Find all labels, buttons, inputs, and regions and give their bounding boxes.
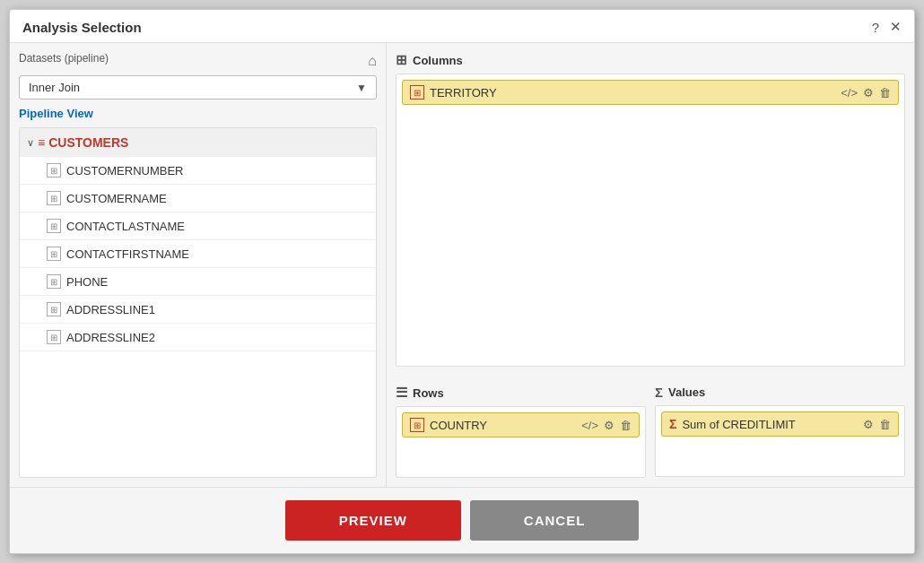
field-type-icon: ⊞: [47, 330, 61, 344]
code-icon[interactable]: </>: [841, 86, 858, 100]
field-type-icon: ⊞: [47, 274, 61, 289]
field-type-icon: ⊞: [47, 191, 61, 205]
pill-actions: ⚙ 🗑: [863, 418, 891, 431]
title-bar: Analysis Selection ? ✕: [10, 10, 914, 43]
columns-icon: ⊞: [396, 52, 407, 68]
expand-chevron-icon: ∨: [27, 137, 34, 149]
rows-section: ☰ Rows ⊞ COUNTRY </> ⚙ 🗑: [396, 385, 646, 478]
delete-icon[interactable]: 🗑: [879, 86, 891, 100]
value-pill-creditlimit: Σ Sum of CREDITLIMIT ⚙ 🗑: [661, 411, 899, 437]
field-type-icon: ⊞: [47, 219, 61, 233]
column-pill-territory: ⊞ TERRITORY </> ⚙ 🗑: [402, 80, 899, 105]
values-drop-zone[interactable]: Σ Sum of CREDITLIMIT ⚙ 🗑: [655, 405, 905, 477]
footer: PREVIEW CANCEL: [10, 487, 914, 553]
field-label: PHONE: [66, 275, 108, 289]
pipeline-label: Pipeline View: [19, 107, 377, 120]
rows-icon: ☰: [396, 385, 407, 401]
main-content: Datasets (pipeline) ⌂ Inner Join ▼ Pipel…: [10, 43, 914, 487]
list-item[interactable]: ⊞ ADDRESSLINE1: [20, 296, 376, 324]
field-type-icon: ⊞: [47, 302, 61, 316]
analysis-selection-dialog: Analysis Selection ? ✕ Datasets (pipelin…: [9, 9, 915, 554]
pill-actions: </> ⚙ 🗑: [581, 419, 632, 432]
delete-icon[interactable]: 🗑: [879, 418, 891, 431]
preview-button[interactable]: PREVIEW: [285, 500, 461, 541]
code-icon[interactable]: </>: [581, 419, 598, 432]
delete-icon[interactable]: 🗑: [620, 419, 632, 432]
field-icon: ⊞: [410, 418, 424, 432]
field-label: ADDRESSLINE1: [66, 303, 155, 316]
field-label: CONTACTFIRSTNAME: [66, 247, 189, 261]
bottom-sections: ☰ Rows ⊞ COUNTRY </> ⚙ 🗑: [396, 385, 905, 478]
columns-drop-zone[interactable]: ⊞ TERRITORY </> ⚙ 🗑: [396, 74, 905, 367]
pill-actions: </> ⚙ 🗑: [841, 86, 891, 100]
gear-icon[interactable]: ⚙: [604, 419, 615, 432]
field-type-icon: ⊞: [47, 163, 61, 178]
list-item[interactable]: ⊞ CONTACTFIRSTNAME: [20, 240, 376, 268]
list-item[interactable]: ⊞ PHONE: [20, 268, 376, 296]
field-label: CUSTOMERNAME: [66, 192, 167, 205]
pill-label: COUNTRY: [430, 419, 487, 432]
right-panel: ⊞ Columns ⊞ TERRITORY </> ⚙ 🗑: [387, 43, 914, 487]
list-item[interactable]: ⊞ CONTACTLASTNAME: [20, 212, 376, 240]
close-icon[interactable]: ✕: [890, 19, 902, 35]
field-label: CONTACTLASTNAME: [66, 220, 185, 233]
chevron-down-icon: ▼: [356, 82, 367, 94]
table-icon: ≡: [38, 135, 45, 150]
gear-icon[interactable]: ⚙: [863, 86, 874, 100]
field-icon: ⊞: [410, 85, 424, 100]
list-item[interactable]: ⊞ CUSTOMERNAME: [20, 185, 376, 212]
customers-label: CUSTOMERS: [48, 135, 128, 150]
columns-label: ⊞ Columns: [396, 52, 905, 68]
sigma-icon: Σ: [669, 417, 676, 431]
pill-label: Sum of CREDITLIMIT: [682, 418, 795, 431]
datasets-header: Datasets (pipeline) ⌂: [19, 52, 377, 70]
field-type-icon: ⊞: [47, 247, 61, 261]
dropdown-value: Inner Join: [29, 81, 80, 94]
field-label: CUSTOMERNUMBER: [66, 164, 184, 178]
join-type-dropdown[interactable]: Inner Join ▼: [19, 75, 377, 100]
values-section: Σ Values Σ Sum of CREDITLIMIT ⚙ 🗑: [655, 385, 905, 478]
values-label: Σ Values: [655, 385, 905, 400]
help-icon[interactable]: ?: [872, 20, 879, 35]
left-panel: Datasets (pipeline) ⌂ Inner Join ▼ Pipel…: [10, 43, 387, 487]
pill-label: TERRITORY: [430, 86, 497, 100]
home-icon[interactable]: ⌂: [368, 53, 377, 69]
rows-label: ☰ Rows: [396, 385, 646, 401]
list-item[interactable]: ⊞ ADDRESSLINE2: [20, 324, 376, 351]
dialog-title: Analysis Selection: [22, 20, 142, 35]
tree-panel: ∨ ≡ CUSTOMERS ⊞ CUSTOMERNUMBER ⊞ CUSTOME…: [19, 127, 377, 478]
tree-root-customers[interactable]: ∨ ≡ CUSTOMERS: [20, 128, 376, 157]
columns-section: ⊞ Columns ⊞ TERRITORY </> ⚙ 🗑: [396, 52, 905, 367]
list-item[interactable]: ⊞ CUSTOMERNUMBER: [20, 157, 376, 185]
row-pill-country: ⊞ COUNTRY </> ⚙ 🗑: [402, 412, 640, 437]
title-bar-actions: ? ✕: [872, 19, 902, 35]
sigma-icon: Σ: [655, 385, 663, 400]
cancel-button[interactable]: CANCEL: [470, 500, 640, 541]
field-label: ADDRESSLINE2: [66, 331, 155, 344]
datasets-label: Datasets (pipeline): [19, 52, 109, 65]
gear-icon[interactable]: ⚙: [863, 418, 874, 431]
rows-drop-zone[interactable]: ⊞ COUNTRY </> ⚙ 🗑: [396, 406, 646, 478]
